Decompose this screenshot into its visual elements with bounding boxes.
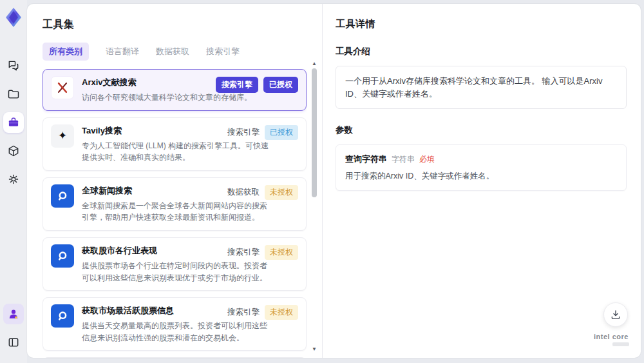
scroll-down-arrow-icon[interactable]: ▼ (312, 346, 317, 353)
panel-toggle-icon[interactable] (3, 332, 24, 353)
details-title: 工具详情 (336, 18, 627, 30)
auth-status-badge: 已授权 (265, 125, 298, 140)
page-title: 工具集 (43, 18, 322, 32)
settings-gear-icon[interactable] (3, 169, 24, 190)
tool-card-sector-performance[interactable]: 获取股市各行业表现 提供股票市场各个行业在特定时间段内的表现。投资者可以利用这些… (43, 237, 307, 291)
download-button[interactable] (603, 302, 628, 327)
category-label: 搜索引擎 (227, 127, 260, 138)
params-heading: 参数 (336, 124, 627, 136)
intel-core-logo: intel core (591, 333, 632, 346)
tool-description: 全球新闻搜索是一个聚合全球各大新闻网站内容的搜索引擎，帮助用户快速获取全球最新资… (82, 200, 296, 224)
list-scrollbar: ▲ ▼ (310, 61, 318, 353)
tab-all-categories[interactable]: 所有类别 (43, 43, 89, 61)
tools-list-pane: 工具集 所有类别 语言翻译 数据获取 搜索引擎 A (27, 4, 322, 358)
tool-intro-text: 一个用于从Arxiv存储库搜索科学论文和文章的工具。 输入可以是Arxiv ID… (336, 66, 627, 109)
tool-description: 专为人工智能代理 (LLM) 构建的搜索引擎工具。可快速提供实时、准确和真实的结… (82, 140, 296, 164)
news-search-logo-icon (51, 304, 74, 328)
news-search-logo-icon (51, 184, 74, 208)
parameter-name: 查询字符串 (345, 153, 387, 165)
auth-status-badge: 未授权 (265, 305, 298, 320)
scrollbar-thumb[interactable] (312, 68, 317, 197)
category-label: 搜索引擎 (227, 307, 260, 318)
category-label: 搜索引擎 (227, 247, 260, 258)
parameter-description: 用于搜索的Arxiv ID、关键字或作者姓名。 (345, 171, 617, 182)
parameter-card: 查询字符串 字符串 必填 用于搜索的Arxiv ID、关键字或作者姓名。 (336, 144, 627, 191)
package-icon[interactable] (3, 141, 24, 161)
sparkle-icon: ✦ (51, 124, 74, 148)
tool-details-pane: 工具详情 工具介绍 一个用于从Arxiv存储库搜索科学论文和文章的工具。 输入可… (322, 4, 641, 358)
scrollbar-track[interactable] (310, 67, 318, 346)
tool-card-global-news[interactable]: 全球新闻搜索 全球新闻搜索是一个聚合全球各大新闻网站内容的搜索引擎，帮助用户快速… (43, 177, 307, 231)
scroll-up-arrow-icon[interactable]: ▲ (312, 61, 317, 67)
app-window: 工具集 所有类别 语言翻译 数据获取 搜索引擎 A (0, 0, 644, 363)
parameter-required-flag: 必填 (419, 154, 435, 165)
news-search-logo-icon (51, 244, 74, 268)
tool-description: 提供股票市场各个行业在特定时间段内的表现。投资者可以利用这些信息来识别表现优于或… (82, 260, 296, 284)
tool-card-arxiv[interactable]: Arxiv文献搜索 访问各个研究领域大量科学论文和文章的存储库。 搜索引擎 已授… (43, 69, 307, 111)
category-tabs: 所有类别 语言翻译 数据获取 搜索引擎 (43, 43, 322, 61)
tab-search-engine[interactable]: 搜索引擎 (206, 46, 240, 57)
app-logo-gem-icon[interactable] (3, 5, 24, 30)
auth-status-badge: 未授权 (265, 185, 298, 200)
briefcase-icon-active-tools[interactable] (3, 112, 24, 133)
category-label: 数据获取 (227, 187, 260, 198)
tool-card-tavily[interactable]: ✦ Tavily搜索 专为人工智能代理 (LLM) 构建的搜索引擎工具。可快速提… (43, 117, 307, 171)
auth-status-badge: 未授权 (265, 245, 298, 260)
category-badge: 搜索引擎 (216, 77, 258, 93)
tab-data-acquisition[interactable]: 数据获取 (156, 46, 189, 57)
tool-card-list: Arxiv文献搜索 访问各个研究领域大量科学论文和文章的存储库。 搜索引擎 已授… (43, 69, 307, 358)
folder-icon[interactable] (3, 84, 24, 104)
left-rail (0, 0, 27, 363)
intro-heading: 工具介绍 (336, 46, 627, 57)
main-panel: 工具集 所有类别 语言翻译 数据获取 搜索引擎 A (27, 4, 641, 358)
brand-accent-bar (612, 342, 629, 346)
chat-icon[interactable] (3, 55, 24, 76)
download-icon (610, 309, 621, 320)
tool-card-regional-news[interactable]: 万维地区新闻查询 查询具体行政区划内的新闻，快速了解各地新闻动态 搜索引擎 未授… (43, 357, 307, 358)
arxiv-logo-icon (51, 76, 74, 99)
tool-card-active-stocks[interactable]: 获取市场最活跃股票信息 提供当天交易量最高的股票列表。投资者可以利用这些信息来识… (43, 297, 307, 351)
tool-description: 提供当天交易量最高的股票列表。投资者可以利用这些信息来识别流动性强的股票和潜在的… (82, 320, 296, 344)
auth-status-badge: 已授权 (263, 77, 298, 93)
tool-description: 访问各个研究领域大量科学论文和文章的存储库。 (82, 92, 296, 104)
user-account-icon[interactable] (3, 304, 24, 324)
tab-language-translation[interactable]: 语言翻译 (106, 46, 139, 57)
parameter-type: 字符串 (392, 154, 415, 165)
